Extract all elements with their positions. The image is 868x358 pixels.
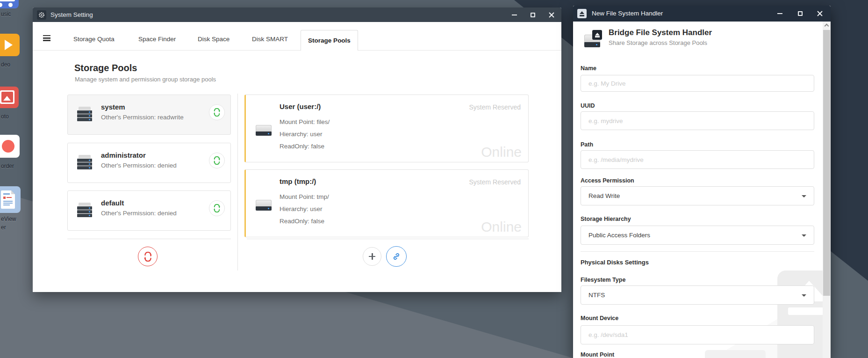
music-note-dot	[8, 3, 13, 7]
eject-badge-icon	[592, 30, 602, 40]
disk-icon	[256, 125, 272, 136]
play-icon	[5, 40, 13, 50]
desktop: { "desktop": { "icons": [ { "id": "music…	[0, 0, 868, 358]
pool-list-divider	[67, 239, 231, 239]
window-title: System Setting	[50, 11, 93, 18]
menu-icon[interactable]	[43, 35, 51, 42]
watermark-pill	[705, 350, 766, 358]
record-circle-icon	[2, 140, 14, 153]
page-title: Storage Pools	[74, 63, 137, 73]
desktop-icon-fileviewer[interactable]	[0, 186, 21, 213]
tab-storage-quota[interactable]: Storage Quota	[73, 35, 115, 44]
desktop-label-fileviewer-line2[interactable]: er	[1, 224, 6, 231]
scrollbar[interactable]	[823, 22, 831, 358]
link-icon	[392, 252, 401, 261]
maximize-button[interactable]	[526, 7, 539, 22]
mount-device-input[interactable]	[581, 325, 814, 344]
close-button[interactable]	[813, 6, 826, 21]
storage-hierarchy-value: Public Access Folders	[588, 232, 650, 239]
desktop-label-photo[interactable]: oto	[1, 113, 9, 120]
link-volume-button[interactable]	[386, 246, 407, 267]
desktop-icon-video[interactable]	[0, 34, 20, 56]
maximize-button[interactable]	[794, 6, 807, 21]
pool-permission: Other's Permission: readwrite	[101, 114, 184, 121]
mount-device-label: Mount Device	[581, 315, 618, 321]
disk-icon	[256, 200, 272, 211]
pool-sync-button[interactable]	[209, 104, 225, 120]
system-setting-window: System Setting Storage Quota Space Finde…	[33, 7, 561, 292]
desktop-icon-recorder[interactable]	[0, 135, 20, 158]
eject-icon	[577, 9, 587, 18]
uuid-label: UUID	[581, 102, 595, 109]
pool-name: default	[101, 199, 124, 207]
volume-card-tmp[interactable]: tmp (tmp:/) System Reserved Mount Point:…	[244, 169, 529, 237]
online-watermark: Online	[481, 219, 522, 235]
handler-subheading: Share Storage across Storage Pools	[609, 39, 707, 46]
volume-title: tmp (tmp:/)	[280, 177, 316, 185]
volume-hierarchy: Hierarchy: user	[280, 131, 323, 138]
desktop-label-recorder[interactable]: order	[1, 163, 14, 169]
tab-storage-pools[interactable]: Storage Pools	[301, 30, 358, 51]
volume-card-user[interactable]: User (user:/) System Reserved Mount Poin…	[244, 95, 529, 162]
desktop-label-music[interactable]: usic	[1, 11, 11, 17]
server-icon	[77, 107, 92, 122]
desktop-icon-photo[interactable]	[0, 87, 19, 108]
scrollbar-up-icon[interactable]	[825, 24, 829, 29]
music-note-dot	[0, 3, 2, 7]
path-input[interactable]	[581, 150, 814, 169]
tab-disk-space[interactable]: Disk Space	[198, 35, 230, 44]
pool-sync-button[interactable]	[209, 153, 225, 168]
chevron-down-icon	[802, 294, 806, 297]
volume-hierarchy: Hierarchy: user	[280, 205, 323, 212]
filesystem-type-select[interactable]: NTFS	[581, 285, 814, 305]
volume-list-divider	[247, 239, 529, 239]
chevron-down-icon	[802, 234, 806, 237]
add-volume-button[interactable]	[363, 247, 381, 266]
gear-icon	[37, 10, 46, 20]
refresh-pools-button[interactable]	[138, 247, 158, 266]
handler-titlebar[interactable]: New File System Handler	[573, 6, 831, 22]
uuid-input[interactable]	[581, 111, 814, 130]
minimize-button[interactable]	[508, 7, 521, 22]
name-label: Name	[581, 65, 596, 72]
window-title: New File System Handler	[592, 10, 663, 17]
access-permission-label: Access Permission	[581, 177, 634, 184]
pool-card-system[interactable]: system Other's Permission: readwrite	[67, 95, 231, 135]
system-reserved-badge: System Reserved	[469, 178, 521, 186]
storage-hierarchy-select[interactable]: Public Access Folders	[581, 226, 814, 245]
path-label: Path	[581, 141, 593, 148]
access-permission-select[interactable]: Read Write	[581, 186, 814, 205]
scrollbar-thumb[interactable]	[823, 30, 830, 296]
desktop-icon-music[interactable]	[0, 0, 19, 8]
handler-heading: Bridge File System Handler	[609, 28, 712, 37]
document-icon	[1, 190, 15, 209]
settings-tabbar: Storage Quota Space Finder Disk Space Di…	[33, 22, 561, 51]
volume-readonly: ReadOnly: false	[280, 143, 324, 150]
tab-disk-smart[interactable]: Disk SMART	[252, 35, 288, 44]
section-divider	[581, 251, 814, 252]
close-button[interactable]	[545, 7, 558, 22]
desktop-label-video[interactable]: deo	[1, 61, 10, 68]
photo-frame	[0, 90, 14, 104]
mount-point-label: Mount Point	[581, 351, 614, 358]
volume-mount-point: Mount Point: tmp/	[280, 193, 329, 200]
system-setting-titlebar[interactable]: System Setting	[33, 7, 561, 22]
server-icon	[77, 155, 92, 170]
volume-title: User (user:/)	[280, 102, 321, 110]
pool-sync-button[interactable]	[209, 200, 225, 216]
online-watermark: Online	[481, 144, 522, 160]
mountain-icon	[3, 96, 11, 101]
pool-permission: Other's Permission: denied	[101, 210, 177, 217]
filesystem-type-label: Filesystem Type	[581, 277, 625, 283]
physical-disks-settings-label: Physical Disks Settings	[581, 259, 649, 266]
pool-card-administrator[interactable]: administrator Other's Permission: denied	[67, 143, 231, 183]
plus-icon	[369, 253, 375, 260]
desktop-label-fileviewer-line1[interactable]: eView	[1, 216, 16, 222]
pool-card-default[interactable]: default Other's Permission: denied	[67, 190, 231, 231]
tab-space-finder[interactable]: Space Finder	[138, 35, 176, 44]
name-input[interactable]	[581, 75, 814, 92]
filesystem-type-value: NTFS	[588, 292, 605, 299]
minimize-button[interactable]	[773, 6, 786, 21]
chevron-down-icon	[802, 195, 806, 197]
access-permission-value: Read Write	[588, 192, 620, 199]
